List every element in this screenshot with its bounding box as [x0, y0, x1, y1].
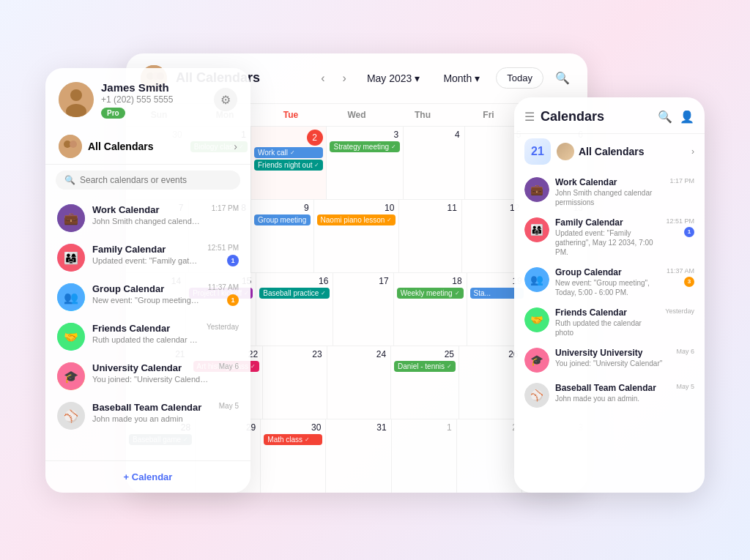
check-icon: ✓ [387, 217, 392, 223]
cal-info-friends: Friends Calendar Ruth updated the calend… [92, 323, 199, 344]
svg-text:👨‍👩‍👧: 👨‍👩‍👧 [530, 223, 543, 236]
svg-point-1 [70, 89, 82, 101]
rp-item-info-work: Work Calendar John Smith changed calenda… [555, 177, 664, 207]
rp-cal-item-friends[interactable]: 🤝 Friends Calendar Ruth updated the cale… [514, 302, 705, 343]
cal-badge: 1 [227, 294, 239, 306]
search-input[interactable] [80, 175, 231, 185]
cal-name: Baseball Team Calendar [92, 402, 212, 413]
left-cal-item-family[interactable]: 👨‍👩‍👧 Family Calendar Updated event: "Fa… [45, 238, 250, 277]
left-cal-item-baseball[interactable]: ⚾ Baseball Team Calendar John made you a… [45, 396, 250, 436]
day-number: 17 [336, 276, 390, 286]
left-cal-item-group[interactable]: 👥 Group Calendar New event: "Group meeti… [45, 277, 250, 317]
rp-item-time: May 5 [676, 383, 694, 390]
right-panel: ☰ Calendars 🔍 👤 21 All Calendars › 💼 Wor… [514, 97, 705, 493]
cal-day-4-5[interactable]: 2 [457, 419, 522, 492]
rp-header: ☰ Calendars 🔍 👤 [514, 97, 705, 134]
cal-day-1-4[interactable]: 11 [399, 200, 462, 272]
rp-item-meta: Yesterday [665, 307, 694, 315]
rp-cal-item-baseball[interactable]: ⚾ Baseball Team Calendar John made you a… [514, 378, 705, 413]
svg-text:🤝: 🤝 [64, 330, 78, 344]
event-pill[interactable]: Group meeting [254, 214, 311, 225]
month-label: May 2023 [367, 72, 412, 84]
rp-item-desc: New event: "Group meeting", Today, 5:00 … [555, 278, 661, 297]
cal-day-1-2[interactable]: 9Group meeting [251, 200, 314, 272]
rp-badge: 3 [684, 277, 694, 287]
rp-cal-item-university[interactable]: 🎓 University University You joined: "Uni… [514, 343, 705, 378]
rp-chevron-icon: › [691, 146, 694, 157]
check-icon: ✓ [290, 149, 295, 156]
cal-day-4-2[interactable]: 30Math class✓ [261, 419, 326, 492]
rp-item-name: Friends Calendar [555, 307, 659, 318]
event-pill[interactable]: Naomi piano lesson✓ [317, 214, 396, 225]
cal-day-2-2[interactable]: 16Baseball practice✓ [256, 273, 333, 346]
rp-date-num: 21 [524, 138, 551, 165]
all-calendars-label: All Calendars [88, 141, 228, 152]
rp-avatar-university: 🎓 [524, 348, 549, 373]
avatar [59, 82, 94, 117]
next-month-button[interactable]: › [338, 69, 351, 88]
add-calendar-button[interactable]: + Calendar [45, 460, 250, 493]
left-cal-item-university[interactable]: 🎓 University Calendar You joined: "Unive… [45, 356, 250, 396]
event-label: Daniel - tennis [398, 362, 445, 370]
all-calendars-bar[interactable]: All Calendars › [45, 129, 250, 165]
cal-info-work: Work Calendar John Smith changed calenda… [92, 204, 204, 225]
event-pill[interactable]: Weekly meeting✓ [397, 288, 464, 299]
cal-day-3-2[interactable]: 23 [263, 346, 327, 419]
cal-meta: Yesterday [207, 323, 239, 331]
rp-group-avatar [557, 143, 574, 160]
cal-meta: May 6 [219, 362, 239, 370]
cal-meta: 11:37 AM 1 [208, 283, 239, 306]
cal-day-0-3[interactable]: 3Strategy meeting✓ [327, 127, 404, 199]
cal-name: Work Calendar [92, 204, 204, 215]
rp-cal-item-family[interactable]: 👨‍👩‍👧 Family Calendar Updated event: "Fa… [514, 212, 705, 262]
cal-day-1-3[interactable]: 10Naomi piano lesson✓ [314, 200, 400, 272]
profile-info: James Smith +1 (202) 555 5555 Pro [101, 81, 207, 119]
event-pill[interactable]: Friends night out✓ [254, 160, 324, 171]
rp-cal-item-work[interactable]: 💼 Work Calendar John Smith changed calen… [514, 172, 705, 212]
day-number: 1 [395, 422, 453, 433]
check-icon: ✓ [447, 363, 452, 370]
cal-desc: Ruth updated the calendar photo [92, 335, 199, 344]
cal-day-2-4[interactable]: 18Weekly meeting✓ [394, 273, 467, 346]
view-mode-dropdown[interactable]: Month ▾ [436, 68, 487, 89]
day-number: 9 [254, 203, 311, 213]
rp-all-calendars-bar[interactable]: 21 All Calendars › [514, 134, 705, 172]
cal-meta: 12:51 PM 1 [207, 244, 239, 266]
svg-text:💼: 💼 [530, 183, 543, 196]
profile-section: James Smith +1 (202) 555 5555 Pro ⚙ [45, 68, 250, 129]
rp-search-button[interactable]: 🔍 [658, 110, 672, 124]
event-pill[interactable]: Baseball practice✓ [259, 288, 330, 299]
search-icon: 🔍 [64, 175, 75, 185]
rp-cal-item-group[interactable]: 👥 Group Calendar New event: "Group meeti… [514, 262, 705, 302]
left-cal-item-work[interactable]: 💼 Work Calendar John Smith changed calen… [45, 198, 250, 238]
cal-day-0-4[interactable]: 4 [404, 127, 465, 199]
gear-button[interactable]: ⚙ [214, 88, 237, 111]
left-cal-item-friends[interactable]: 🤝 Friends Calendar Ruth updated the cale… [45, 317, 250, 356]
rp-avatar-work: 💼 [524, 177, 549, 202]
cal-day-3-3[interactable]: 24 [327, 346, 392, 419]
month-dropdown[interactable]: May 2023 ▾ [360, 68, 427, 89]
profile-phone: +1 (202) 555 5555 [101, 94, 207, 105]
check-icon: ✓ [321, 290, 326, 296]
cal-day-2-3[interactable]: 17 [333, 273, 393, 346]
cal-day-0-2[interactable]: 2Work call✓Friends night out✓ [251, 127, 327, 199]
svg-text:⚾: ⚾ [64, 409, 78, 423]
calendar-search-button[interactable]: 🔍 [552, 68, 573, 88]
today-button[interactable]: Today [496, 67, 543, 89]
event-pill[interactable]: Work call✓ [254, 147, 324, 158]
rp-item-meta: 11:37 AM 3 [667, 267, 694, 287]
svg-text:🎓: 🎓 [530, 354, 543, 367]
cal-day-4-4[interactable]: 1 [392, 419, 457, 492]
prev-month-button[interactable]: ‹ [316, 69, 329, 88]
hamburger-icon[interactable]: ☰ [524, 110, 535, 124]
search-bar[interactable]: 🔍 [56, 171, 240, 190]
cal-time: 1:17 PM [212, 204, 239, 212]
event-pill[interactable]: Strategy meeting✓ [330, 141, 400, 152]
cal-avatar-friends: 🤝 [57, 323, 85, 351]
cal-day-3-4[interactable]: 25Daniel - tennis✓ [391, 346, 459, 419]
cal-name: Family Calendar [92, 244, 200, 255]
cal-day-4-3[interactable]: 31 [326, 419, 391, 492]
event-pill[interactable]: Math class✓ [264, 434, 322, 445]
rp-profile-button[interactable]: 👤 [680, 110, 694, 124]
event-pill[interactable]: Daniel - tennis✓ [394, 361, 456, 372]
